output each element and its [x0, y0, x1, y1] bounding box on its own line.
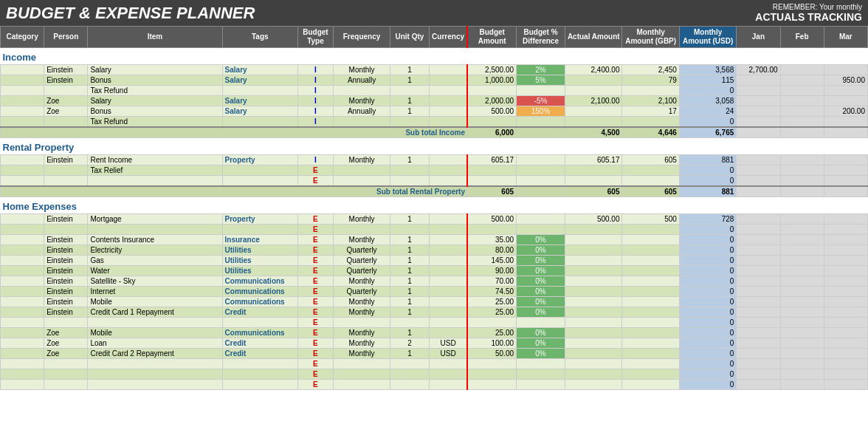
cell-qty: 1	[390, 155, 429, 165]
cell-budget: 500.00	[467, 106, 516, 117]
cell-item: Bonus	[88, 106, 222, 117]
cell-tags	[222, 86, 297, 96]
cell-category	[1, 155, 44, 165]
cell-qty: 1	[390, 297, 429, 307]
col-header-feb: Feb	[780, 27, 824, 48]
cell-person: Einstein	[44, 276, 88, 287]
cell-currency	[429, 359, 467, 369]
cell-pct	[517, 117, 565, 128]
col-header-mar: Mar	[824, 27, 867, 48]
cell-jan	[737, 276, 780, 287]
cell-actual	[565, 225, 622, 235]
cell-actual	[565, 266, 622, 276]
cell-tags: Salary	[222, 106, 297, 117]
cell-budget: 74.50	[467, 287, 516, 297]
cell-category	[1, 86, 44, 96]
cell-frequency: Monthly	[333, 297, 390, 307]
cell-qty: 1	[390, 328, 429, 338]
cell-feb	[780, 380, 824, 390]
cell-person	[44, 380, 88, 390]
actuals-label: ACTUALS TRACKING	[755, 11, 862, 23]
cell-type: E	[298, 287, 334, 297]
cell-feb	[780, 307, 824, 318]
cell-mar	[824, 328, 867, 338]
cell-frequency: Monthly	[333, 65, 390, 75]
cell-category	[1, 235, 44, 245]
cell-item: Credit Card 2 Repayment	[88, 349, 222, 359]
cell-monthly-gbp	[622, 117, 679, 128]
cell-actual	[565, 245, 622, 256]
cell-budget: 80.00	[467, 245, 516, 256]
subtotal-mar	[824, 127, 867, 138]
cell-qty: 1	[390, 65, 429, 75]
cell-frequency: Monthly	[333, 214, 390, 225]
cell-tags	[222, 165, 297, 176]
cell-pct	[517, 86, 565, 96]
cell-actual	[565, 165, 622, 176]
cell-item: Contents Insurance	[88, 235, 222, 245]
cell-feb	[780, 266, 824, 276]
cell-monthly-usd: 0	[679, 359, 736, 369]
cell-person	[44, 86, 88, 96]
cell-item	[88, 176, 222, 187]
cell-currency	[429, 214, 467, 225]
cell-person: Einstein	[44, 287, 88, 297]
cell-person: Einstein	[44, 65, 88, 75]
cell-category	[1, 359, 44, 369]
cell-monthly-usd: 0	[679, 297, 736, 307]
subtotal-feb	[780, 186, 824, 197]
cell-tags	[222, 225, 297, 235]
cell-budget	[467, 176, 516, 187]
cell-pct	[517, 225, 565, 235]
cell-item: Rent Income	[88, 155, 222, 165]
cell-monthly-usd: 0	[679, 256, 736, 266]
cell-item: Tax Relief	[88, 165, 222, 176]
cell-budget	[467, 369, 516, 380]
cell-feb	[780, 245, 824, 256]
cell-monthly-usd: 0	[679, 287, 736, 297]
cell-tags	[222, 380, 297, 390]
cell-qty: 1	[390, 75, 429, 86]
subtotal-row: Sub total Income 6,000 4,500 4,646 6,765	[1, 127, 868, 138]
cell-frequency	[333, 117, 390, 128]
cell-budget: 100.00	[467, 338, 516, 349]
subtotal-gbp: 605	[622, 186, 679, 197]
cell-actual: 2,100.00	[565, 96, 622, 106]
col-header-item: Item	[88, 27, 222, 48]
cell-tags: Insurance	[222, 235, 297, 245]
cell-budget	[467, 380, 516, 390]
cell-tags: Credit	[222, 338, 297, 349]
cell-type: I	[298, 117, 334, 128]
cell-feb	[780, 225, 824, 235]
cell-mar	[824, 266, 867, 276]
cell-item: Tax Refund	[88, 117, 222, 128]
cell-actual	[565, 318, 622, 328]
cell-budget: 500.00	[467, 214, 516, 225]
cell-category	[1, 96, 44, 106]
cell-actual: 605.17	[565, 155, 622, 165]
cell-frequency	[333, 369, 390, 380]
cell-qty: 1	[390, 245, 429, 256]
cell-type: E	[298, 307, 334, 318]
cell-item: Credit Card 1 Repayment	[88, 307, 222, 318]
cell-currency	[429, 176, 467, 187]
cell-frequency: Quarterly	[333, 266, 390, 276]
cell-pct: 0%	[517, 297, 565, 307]
cell-frequency: Monthly	[333, 328, 390, 338]
cell-person: Zoe	[44, 96, 88, 106]
subtotal-jan	[737, 127, 780, 138]
cell-qty: 1	[390, 349, 429, 359]
cell-pct	[517, 214, 565, 225]
cell-mar	[824, 338, 867, 349]
section-header: Home Expenses	[1, 197, 868, 214]
cell-mar	[824, 165, 867, 176]
cell-qty: 1	[390, 266, 429, 276]
cell-category	[1, 276, 44, 287]
cell-type: I	[298, 106, 334, 117]
cell-monthly-gbp	[622, 245, 679, 256]
cell-monthly-usd: 0	[679, 176, 736, 187]
cell-frequency	[333, 318, 390, 328]
cell-jan	[737, 369, 780, 380]
cell-type: E	[298, 165, 334, 176]
cell-frequency: Quarterly	[333, 287, 390, 297]
